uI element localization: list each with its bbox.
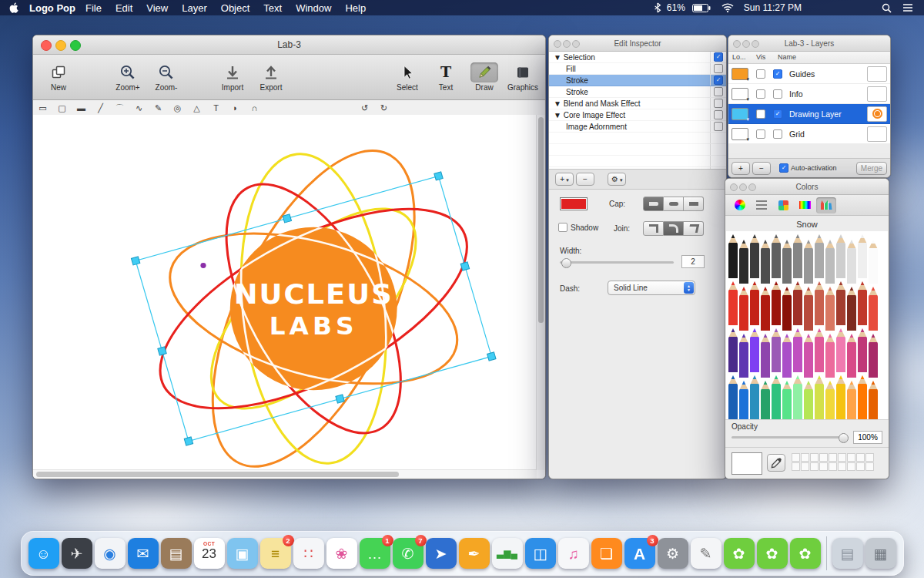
join-miter-button[interactable] [643,221,664,236]
panel-close-button[interactable] [730,183,738,191]
layers-titlebar[interactable]: Lab-3 - Layers [728,35,890,52]
crayon-swatch[interactable] [858,375,867,419]
swatch-cell[interactable] [810,453,819,462]
dock-itunes[interactable]: ♫ [558,538,589,569]
swatch-cell[interactable] [865,462,874,471]
layer-row-grid[interactable]: ▾Grid [728,124,890,144]
panel-zoom-button[interactable] [752,40,759,48]
panel-minimize-button[interactable] [742,40,750,48]
crayon-swatch[interactable] [804,287,813,331]
canvas[interactable]: NUCLEUS LABS [33,115,545,479]
crayon-swatch[interactable] [836,234,845,278]
item-enabled-checkbox[interactable] [714,64,723,73]
dock-downloads-stack[interactable]: ▤ [832,538,863,569]
menu-layer[interactable]: Layer [182,2,207,14]
panel-minimize-button[interactable] [563,40,571,48]
color-palette-button[interactable] [773,197,793,213]
close-button[interactable] [41,40,52,51]
crayon-swatch[interactable] [750,328,759,372]
crayon-swatch[interactable] [858,234,867,278]
dock-keynote[interactable]: ◫ [525,538,556,569]
item-enabled-checkbox[interactable] [714,52,723,62]
shape-tool-magnet[interactable]: ∩ [245,101,264,115]
dock-photo-booth[interactable]: ▣ [227,538,258,569]
crayon-swatch[interactable] [782,240,792,284]
text-tool-button[interactable]: T Text [427,62,465,92]
crayon-swatch[interactable] [728,375,738,419]
inspector-item-stroke[interactable]: Stroke [549,75,726,86]
width-field[interactable]: 2 [681,255,705,268]
layer-visibility-checkbox[interactable] [773,109,782,119]
crayon-swatch[interactable] [750,234,759,278]
layer-lock-checkbox[interactable] [756,89,765,99]
crayon-swatch[interactable] [847,287,856,331]
menu-edit[interactable]: Edit [116,2,132,14]
crayon-swatch[interactable] [858,328,867,372]
crayon-swatch[interactable] [804,240,813,284]
swatch-cell[interactable] [792,453,800,462]
dock-messages[interactable]: …1 [360,538,390,569]
crayon-swatch[interactable] [772,281,781,325]
width-slider[interactable] [560,261,674,264]
item-enabled-checkbox[interactable] [714,87,723,96]
opacity-slider-knob[interactable] [839,433,849,443]
swatch-cell[interactable] [829,453,837,462]
add-layer-button[interactable]: + [732,162,750,175]
swatch-cell[interactable] [847,462,855,471]
swatch-cell[interactable] [792,462,800,471]
layer-color-swatch[interactable]: ▾ [732,68,748,80]
menu-file[interactable]: File [85,2,102,14]
current-color-swatch[interactable] [732,452,762,475]
panel-close-button[interactable] [554,40,561,48]
layer-visibility-checkbox[interactable] [773,129,782,139]
dock-system-preferences[interactable]: ⚙ [658,538,688,569]
crayon-swatch[interactable] [739,240,748,284]
layer-visibility-checkbox[interactable] [773,69,782,79]
item-enabled-checkbox[interactable] [714,99,723,108]
crayon-swatch[interactable] [815,328,824,372]
menu-help[interactable]: Help [345,2,366,14]
crayon-swatch[interactable] [793,328,802,372]
layer-row-drawing-layer[interactable]: ▾Drawing Layer [728,104,890,124]
swatch-cell[interactable] [829,462,837,471]
shape-tool-polygon[interactable]: △ [187,101,206,115]
crayon-swatch[interactable] [847,334,856,378]
shape-tool-pill[interactable]: ▭ [33,101,52,115]
crayon-swatch[interactable] [847,381,856,421]
dock-pages[interactable]: ✒ [459,538,490,569]
item-enabled-checkbox[interactable] [714,110,723,119]
inspector-item-stroke[interactable]: Stroke [549,86,726,98]
draw-tool-button[interactable]: Draw [465,62,504,92]
crayon-swatch[interactable] [750,375,759,419]
join-bevel-button[interactable] [684,221,704,236]
zoom-out-button[interactable]: Zoom- [147,62,186,92]
layer-color-swatch[interactable]: ▾ [732,108,748,120]
remove-layer-button[interactable]: − [752,162,771,175]
dock-reminders[interactable]: ∷ [293,538,324,569]
swatch-cell[interactable] [838,462,846,471]
inspector-item-selection[interactable]: ▼ Selection [549,52,726,63]
crayon-swatch[interactable] [728,234,738,278]
colors-titlebar[interactable]: Colors [725,179,889,195]
shape-tool-pen[interactable]: ✎ [149,101,168,115]
swatch-cell[interactable] [801,453,809,462]
tool-rotate-cw[interactable]: ↻ [374,101,393,115]
horizontal-scrollbar[interactable] [33,469,537,479]
crayon-swatch[interactable] [869,381,878,421]
select-tool-button[interactable]: Select [388,62,427,92]
menubar-clock[interactable]: Sun 11:27 PM [744,2,802,13]
horizontal-scrollbar-thumb[interactable] [36,472,399,477]
layer-lock-checkbox[interactable] [756,109,765,119]
inspector-item-blend-and-mask-effect[interactable]: ▼ Blend and Mask Effect [549,98,726,109]
inspector-item-fill[interactable]: Fill [549,63,726,75]
dock-logo-pop[interactable]: ✿ [790,538,821,569]
menu-window[interactable]: Window [296,2,331,14]
swatch-cell[interactable] [865,453,874,462]
battery-icon[interactable] [692,4,711,12]
swatch-cell[interactable] [810,462,819,471]
dash-popup[interactable]: Solid Line ▲▼ [608,281,695,295]
export-button[interactable]: Export [252,62,290,92]
item-enabled-checkbox[interactable] [714,76,723,85]
shape-tool-text[interactable]: T [206,101,226,115]
merge-button[interactable]: Merge [856,162,887,175]
